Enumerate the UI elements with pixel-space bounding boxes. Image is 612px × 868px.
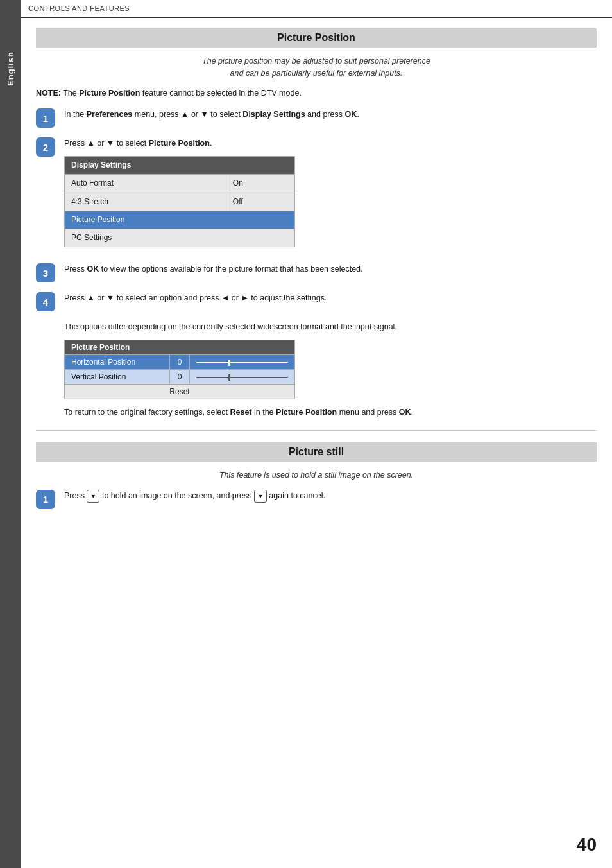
table-row: Auto Format On	[65, 175, 295, 193]
step-2-content: Press ▲ or ▼ to select Picture Position.…	[64, 137, 597, 254]
section1-description: The picture position may be adjusted to …	[36, 55, 597, 80]
table-cell-label: 4:3 Stretch	[65, 193, 226, 211]
table-cell-label: PC Settings	[65, 229, 295, 247]
options-text: The options differ depending on the curr…	[64, 320, 597, 333]
step-1-number: 1	[36, 108, 55, 128]
reset-cell: Reset	[65, 385, 295, 399]
top-bar: CONTROLS AND FEATURES	[21, 0, 612, 18]
picture-position-table: Picture Position Horizontal Position 0 V…	[64, 340, 295, 399]
step-4-number: 4	[36, 292, 55, 311]
vertical-position-row: Vertical Position 0	[65, 370, 295, 385]
page-number: 40	[577, 835, 597, 855]
position-table-container: Picture Position Horizontal Position 0 V…	[64, 340, 597, 399]
step-4-content: Press ▲ or ▼ to select an option and pre…	[64, 291, 597, 304]
vertical-value: 0	[170, 370, 190, 385]
step-2-number: 2	[36, 137, 55, 157]
horizontal-slider	[196, 362, 288, 363]
section1-title: Picture Position	[277, 32, 355, 43]
table-cell-value: Off	[226, 193, 294, 211]
step-3: 3 Press OK to view the options available…	[36, 263, 597, 282]
section1-note: NOTE: The Picture Position feature canno…	[36, 87, 597, 100]
section2-title: Picture still	[289, 446, 344, 457]
section-divider	[36, 430, 597, 431]
still-step-1: 1 Press ▼ to hold an image on the screen…	[36, 489, 597, 509]
step-2: 2 Press ▲ or ▼ to select Picture Positio…	[36, 137, 597, 254]
step-4: 4 Press ▲ or ▼ to select an option and p…	[36, 291, 597, 311]
step-1: 1 In the Preferences menu, press ▲ or ▼ …	[36, 108, 597, 128]
position-table-header: Picture Position	[65, 340, 295, 355]
table-cell-value: On	[226, 175, 294, 193]
sidebar-label: English	[6, 51, 15, 86]
remote-button-2: ▼	[254, 490, 267, 503]
section2-description: This feature is used to hold a still ima…	[36, 469, 597, 482]
step-1-content: In the Preferences menu, press ▲ or ▼ to…	[64, 108, 597, 121]
position-table-header-cell: Picture Position	[65, 340, 295, 355]
table-cell-selected: Picture Position	[65, 211, 295, 229]
still-step-1-number: 1	[36, 490, 55, 509]
table-cell-label: Auto Format	[65, 175, 226, 193]
section2: Picture still This feature is used to ho…	[36, 442, 597, 509]
reset-row: Reset	[65, 385, 295, 399]
still-step-1-content: Press ▼ to hold an image on the screen, …	[64, 489, 597, 503]
section1-header: Picture Position	[36, 28, 597, 48]
table-row: 4:3 Stretch Off	[65, 193, 295, 211]
horizontal-position-row: Horizontal Position 0	[65, 355, 295, 370]
horizontal-value: 0	[170, 355, 190, 370]
vertical-slider	[196, 377, 288, 378]
horizontal-label: Horizontal Position	[65, 355, 170, 370]
step-3-number: 3	[36, 263, 55, 282]
sidebar: English	[0, 0, 21, 868]
display-settings-table: Display Settings Auto Format On 4:3 Stre…	[64, 156, 295, 247]
top-bar-text: CONTROLS AND FEATURES	[28, 4, 130, 12]
main-content: Picture Position The picture position ma…	[21, 18, 612, 528]
remote-button-1: ▼	[87, 490, 99, 503]
table-header-cell: Display Settings	[65, 157, 295, 175]
table-row-selected: Picture Position	[65, 211, 295, 229]
reset-text: To return to the original factory settin…	[64, 406, 597, 419]
step-3-content: Press OK to view the options available f…	[64, 263, 597, 275]
section2-header: Picture still	[36, 442, 597, 462]
vertical-label: Vertical Position	[65, 370, 170, 385]
table-header-row: Display Settings	[65, 157, 295, 175]
table-row: PC Settings	[65, 229, 295, 247]
vertical-slider-cell	[189, 370, 294, 385]
horizontal-slider-cell	[189, 355, 294, 370]
